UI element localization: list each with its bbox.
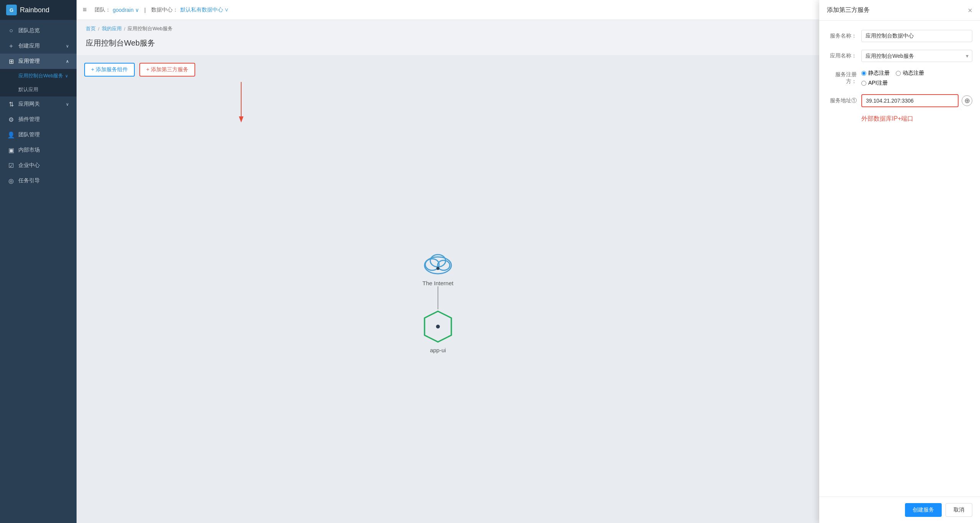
team-mgmt-icon: 👤	[8, 131, 15, 138]
sidebar-item-app-web[interactable]: 应用控制台Web服务 ∨	[0, 69, 77, 83]
task-guide-icon: ◎	[8, 177, 15, 184]
radio-dynamic-input[interactable]	[896, 71, 901, 76]
svg-point-8	[436, 325, 440, 329]
create-app-icon: ＋	[8, 42, 15, 49]
radio-dynamic[interactable]: 动态注册	[896, 70, 924, 77]
internal-market-icon: ▣	[8, 147, 15, 154]
register-method-control: 静态注册 动态注册 API注册	[861, 70, 972, 87]
topbar-nav: 团队： goodrain ∨ | 数据中心： 默认私有数据中心 ∨	[95, 7, 229, 13]
svg-point-6	[436, 267, 439, 270]
sidebar-label-enterprise-center: 企业中心	[18, 162, 69, 169]
sidebar-label-create-app: 创建应用	[18, 42, 62, 49]
sidebar-item-app-gateway[interactable]: ⇅ 应用网关 ∨	[0, 96, 77, 112]
radio-static-input[interactable]	[861, 71, 866, 76]
radio-dynamic-label: 动态注册	[903, 70, 924, 77]
radio-api[interactable]: API注册	[861, 80, 888, 87]
create-app-arrow: ∨	[66, 44, 69, 49]
app-name-label: 应用名称：	[827, 52, 861, 59]
breadcrumb-sep1: /	[98, 26, 100, 32]
register-method-label: 服务注册方：	[827, 71, 861, 85]
topbar-datacenter-name[interactable]: 默认私有数据中心 ∨	[180, 7, 229, 13]
add-addr-button[interactable]: ⊕	[962, 95, 972, 106]
internet-label: The Internet	[423, 280, 454, 286]
sidebar-label-team-mgmt: 团队管理	[18, 131, 69, 138]
cancel-button[interactable]: 取消	[946, 503, 972, 517]
breadcrumb-home[interactable]: 首页	[86, 25, 96, 32]
sidebar-label-app-management: 应用管理	[18, 58, 62, 65]
topbar-sep1: |	[144, 7, 146, 13]
app-name-row: 应用名称： 应用控制台Web服务	[827, 50, 972, 62]
app-web-arrow: ∨	[65, 74, 68, 78]
sidebar-label-plugin-mgmt: 插件管理	[18, 116, 69, 123]
sidebar-item-task-guide[interactable]: ◎ 任务引导	[0, 173, 77, 188]
breadcrumb-my-apps[interactable]: 我的应用	[102, 25, 122, 32]
cloud-icon	[419, 246, 457, 277]
register-method-row: 服务注册方： 静态注册 动态注册	[827, 70, 972, 87]
sidebar-label-app-web: 应用控制台Web服务	[18, 72, 64, 79]
service-name-label: 服务名称：	[827, 33, 861, 39]
service-name-control	[861, 30, 972, 42]
sidebar-item-team-overview[interactable]: ○ 团队总览	[0, 23, 77, 38]
radio-api-input[interactable]	[861, 81, 866, 86]
register-radio-group: 静态注册 动态注册	[861, 70, 972, 77]
page-title: 应用控制台Web服务	[86, 38, 155, 48]
sidebar-label-app-gateway: 应用网关	[18, 101, 62, 108]
sidebar-nav: ○ 团队总览 ＋ 创建应用 ∨ ⊞ 应用管理 ∧ 应用控制台Web服务 ∨ 默认…	[0, 20, 77, 523]
app-ui-node: app-ui	[423, 309, 453, 353]
add-service-button[interactable]: + 添加服务组件	[84, 63, 135, 77]
connector-line-1	[438, 286, 438, 309]
network-diagram: The Internet app-ui	[419, 246, 457, 353]
hexagon-icon	[423, 309, 453, 344]
service-name-row: 服务名称：	[827, 30, 972, 42]
menu-toggle-button[interactable]: ≡	[83, 6, 87, 14]
team-overview-icon: ○	[8, 27, 15, 34]
canvas-toolbar: + 添加服务组件 + 添加第三方服务	[84, 63, 195, 77]
topbar-team-label: 团队：	[95, 7, 111, 13]
breadcrumb-sep2: /	[124, 26, 126, 32]
add-third-party-panel: 添加第三方服务 × 服务名称： 应用名称： 应用控制台Web服务	[819, 20, 980, 523]
main-area: ≡ 团队： goodrain ∨ | 数据中心： 默认私有数据中心 ∨ 首页 /…	[77, 0, 980, 523]
sidebar-label-default-app: 默认应用	[18, 86, 38, 93]
service-addr-control: ⊕	[861, 94, 972, 107]
app-management-icon: ⊞	[8, 58, 15, 65]
sidebar-submenu-apps: 应用控制台Web服务 ∨ 默认应用	[0, 69, 77, 96]
arrow-annotation	[226, 78, 256, 124]
service-addr-row: 服务地址① ⊕	[827, 94, 972, 107]
sidebar-item-enterprise-center[interactable]: ☑ 企业中心	[0, 158, 77, 173]
sidebar-label-internal-market: 内部市场	[18, 147, 69, 154]
sidebar-item-plugin-mgmt[interactable]: ⚙ 插件管理	[0, 112, 77, 127]
sidebar-item-create-app[interactable]: ＋ 创建应用 ∨	[0, 38, 77, 54]
enterprise-center-icon: ☑	[8, 162, 15, 169]
radio-api-label: API注册	[868, 80, 888, 87]
register-radio-group-2: API注册	[861, 80, 972, 87]
add-third-party-button[interactable]: + 添加第三方服务	[139, 63, 195, 77]
service-name-input[interactable]	[861, 30, 972, 42]
sidebar-item-team-mgmt[interactable]: 👤 团队管理	[0, 127, 77, 142]
topbar-datacenter-label: 数据中心：	[151, 7, 178, 13]
app-gateway-arrow: ∨	[66, 102, 69, 107]
internet-node: The Internet	[419, 246, 457, 286]
sidebar-item-app-management[interactable]: ⊞ 应用管理 ∧	[0, 54, 77, 69]
highlight-text: 外部数据库IP+端口	[861, 115, 972, 123]
sidebar-item-default-app[interactable]: 默认应用	[0, 83, 77, 96]
app-gateway-icon: ⇅	[8, 101, 15, 108]
sidebar-item-internal-market[interactable]: ▣ 内部市场	[0, 142, 77, 158]
plugin-mgmt-icon: ⚙	[8, 116, 15, 123]
create-service-button[interactable]: 创建服务	[905, 503, 942, 517]
breadcrumb-current: 应用控制台Web服务	[127, 25, 173, 32]
app-management-arrow: ∧	[66, 59, 69, 64]
radio-static-label: 静态注册	[868, 70, 890, 77]
logo-text: Rainbond	[20, 6, 49, 14]
sidebar: G Rainbond ○ 团队总览 ＋ 创建应用 ∨ ⊞ 应用管理 ∧ 应用控制…	[0, 0, 77, 523]
radio-static[interactable]: 静态注册	[861, 70, 890, 77]
sidebar-label-task-guide: 任务引导	[18, 177, 69, 184]
content-area: 首页 / 我的应用 / 应用控制台Web服务 应用控制台Web服务 启动 停止 …	[77, 20, 980, 523]
logo-area: G Rainbond	[0, 0, 77, 20]
sidebar-label-team-overview: 团队总览	[18, 27, 69, 34]
app-name-select[interactable]: 应用控制台Web服务	[861, 50, 972, 62]
service-addr-input-row: ⊕	[861, 94, 972, 107]
logo-icon: G	[6, 5, 17, 15]
topbar-team-name[interactable]: goodrain ∨	[113, 7, 139, 13]
service-addr-input[interactable]	[861, 94, 959, 107]
app-name-control: 应用控制台Web服务	[861, 50, 972, 62]
